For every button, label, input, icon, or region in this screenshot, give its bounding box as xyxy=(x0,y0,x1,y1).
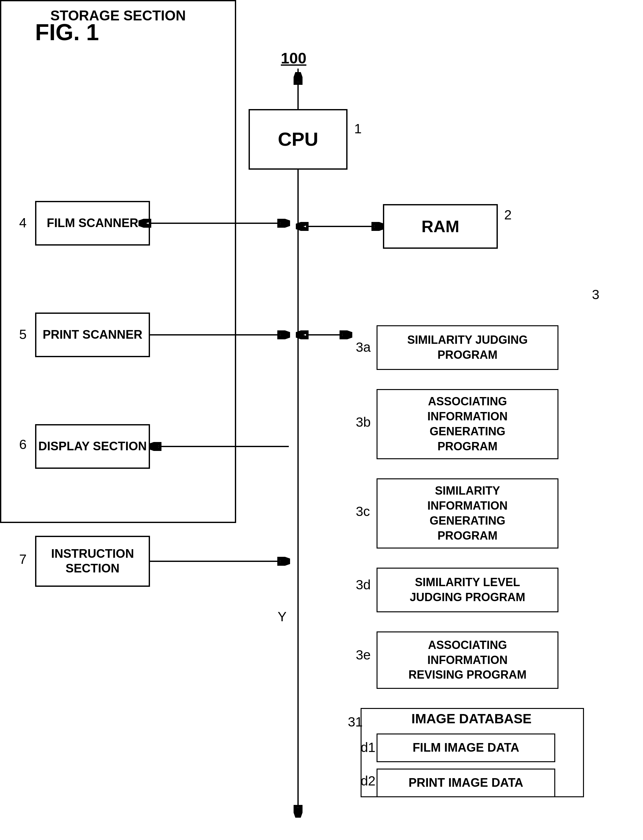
diagram-lines xyxy=(0,0,643,840)
